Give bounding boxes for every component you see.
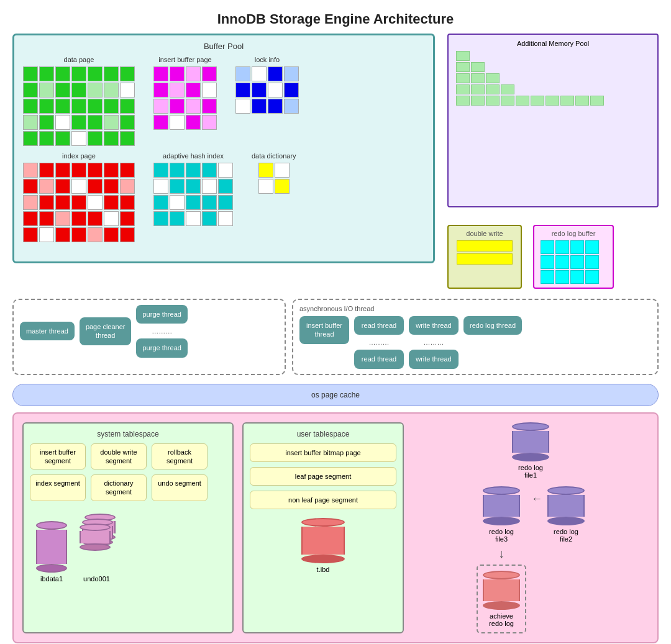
data-dictionary-section: data dictionary [252,152,296,242]
ibdata1-cyl-body [36,530,67,564]
rollback-segment: rollbacksegment [152,443,208,470]
ibdata1-cyl-top [36,521,67,530]
bp-bottom-row: index page adaptive hash index [23,152,424,242]
additional-memory-pool: Additional Memory Pool [447,34,659,207]
dw-bar-1 [457,240,513,252]
insert-buffer-page-title: insert buffer page [158,56,211,63]
user-ts-title: user tablespace [250,430,396,438]
system-ts-segments: insert buffersegment double writesegment… [30,443,226,501]
async-thread-group: asynchronous I/O thread insert buffer th… [292,299,659,375]
redo-file3-cylinder: redo logfile3 [483,486,520,543]
ibdata1-cyl-bottom [36,564,67,573]
arrow-left: ← [531,492,542,506]
db-icons: ibdata1 [30,507,226,589]
achieve-label: achieveredo log [489,612,514,627]
undo-cylinders-container [80,514,114,573]
tibd-cyl-body [301,527,345,555]
redo-file2-body [547,495,585,517]
redo-file1-body [512,431,549,453]
redo-file1-top [512,422,549,431]
adaptive-hash-index-section: adaptive hash index [153,152,233,242]
async-title: asynchronous I/O thread [299,305,651,312]
read-thread-2-box: read thread [354,350,404,368]
ahi-grid [153,163,233,226]
system-ts-title: system tablespace [30,430,226,438]
redo-diagram: redo logfile1 redo logfile3 ↓ [413,422,649,633]
purge-dots: ……… [136,327,187,335]
redo-file3-body [483,495,520,517]
arrow-area: ← [531,486,542,506]
write-dots: ……… [424,338,444,346]
redo-file3-col: redo logfile3 ↓ achieveredo log [477,486,526,633]
redo-file2-cylinder: redo logfile2 [547,486,585,543]
rlb-grid [541,240,606,284]
insert-buffer-thread-col: insert buffer thread [299,316,349,344]
bottom-section: system tablespace insert buffersegment d… [12,412,659,643]
undo-label: undo001 [83,575,110,583]
bp-top-row: data page insert buffer page [23,56,424,146]
index-page-section: index page [23,152,135,242]
undo-cyl-front [80,524,111,551]
tibd-cyl-bottom [301,555,345,563]
dictionary-segment: dictionarysegment [91,474,147,501]
redo-file1-label: redo logfile1 [518,464,543,479]
top-section: Buffer Pool data page insert buffer page [0,34,671,289]
page-cleaner-thread-box: page cleaner thread [80,317,132,345]
redo-file2-col: redo logfile2 [547,486,585,543]
redo-file2-label: redo logfile2 [554,528,578,543]
undo-stack: undo001 [80,514,114,583]
redo-files-section: redo logfile1 redo logfile3 ↓ [413,422,649,633]
double-write-title: double write [455,230,514,237]
async-inner: insert buffer thread read thread ……… rea… [299,316,651,369]
redo-file3-label: redo logfile3 [489,528,514,543]
achieve-cyl-bottom [483,601,520,610]
redo-log-buffer-box: redo log buffer [533,225,614,289]
additional-memory-pool-title: Additional Memory Pool [456,40,650,47]
insert-buffer-thread-box: insert buffer thread [299,316,349,344]
index-segment: index segment [30,474,86,501]
lock-info-section: lock info [235,56,299,146]
write-thread-col: write thread ……… write thread [409,316,459,369]
dw-bar-2 [457,253,513,265]
write-thread-2-box: write thread [409,350,459,368]
threads-section: master thread page cleaner thread purge … [12,299,659,375]
insert-buffer-page-grid [153,66,217,130]
double-write-segment: double writesegment [91,443,147,470]
read-thread-col: read thread ……… read thread [354,316,404,369]
redo-file1-cylinder: redo logfile1 [512,422,549,479]
data-page-section: data page [23,56,135,146]
lock-info-title: lock info [255,56,280,63]
left-threads-inner: master thread page cleaner thread purge … [20,305,278,358]
adaptive-hash-index-title: adaptive hash index [163,152,224,160]
achieve-cylinder: achieveredo log [483,571,520,627]
redo-file2-bottom [547,517,585,525]
insert-buffer-segment: insert buffersegment [30,443,86,470]
achieve-cyl-top [483,571,520,579]
insert-buffer-bitmap-page: insert buffer bitmap page [250,443,396,462]
tibd-label: t.ibd [317,566,330,573]
tibd-area: t.ibd [250,518,396,573]
user-tablespace: user tablespace insert buffer bitmap pag… [242,422,404,633]
data-dictionary-title: data dictionary [252,152,296,160]
master-thread-box: master thread [20,322,75,340]
purge-thread-2-box: purge thread [136,338,187,357]
non-leaf-page-segment: non leaf page segment [250,491,396,509]
buffer-pool: Buffer Pool data page insert buffer page [12,34,435,263]
user-ts-segments: insert buffer bitmap page leaf page segm… [250,443,396,509]
write-thread-1-box: write thread [409,316,459,335]
buffer-pool-title: Buffer Pool [23,42,424,51]
redo-file3-top [483,486,520,495]
achieve-box: achieveredo log [477,565,526,633]
arrow-down: ↓ [498,546,504,561]
redo-file2-top [547,486,585,495]
redo-file1-row: redo logfile1 [512,422,549,479]
tibd-cylinder: t.ibd [301,518,345,573]
double-write-box: double write [447,225,522,289]
index-page-grid [23,163,135,242]
redo-log-thread-box: redo log thread [463,316,522,335]
dw-redo-row: double write redo log buffer [447,225,659,289]
lock-info-grid [235,66,299,114]
read-dots: ……… [369,338,390,346]
leaf-page-segment: leaf page segment [250,467,396,486]
ibdata1-label: ibdata1 [40,575,63,583]
